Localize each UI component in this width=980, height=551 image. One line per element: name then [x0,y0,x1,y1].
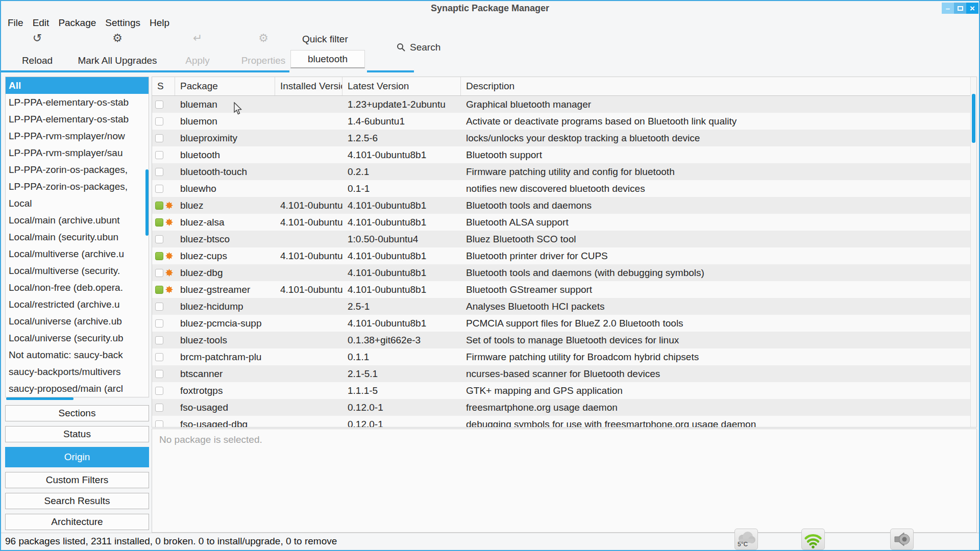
package-checkbox[interactable] [155,370,163,378]
package-checkbox[interactable] [155,235,163,243]
close-button[interactable]: × [966,3,978,14]
installed-checkbox[interactable] [155,286,163,294]
origin-list-item[interactable]: saucy-proposed/main (arcl [6,380,149,397]
package-row[interactable]: bluemon1.4-6ubuntu1Activate or deactivat… [152,113,971,130]
package-checkbox[interactable] [155,151,163,159]
package-name-cell: fso-usaged-dbg [175,416,275,428]
menu-item-file[interactable]: File [3,16,28,30]
package-row[interactable]: bluez-gstreamer4.101-0ubuntu8b14.101-0ub… [152,281,971,298]
origin-list-item[interactable]: Local/main (security.ubun [6,229,149,245]
package-checkbox[interactable] [155,404,163,412]
origin-list-item[interactable]: LP-PPA-zorin-os-packages, [6,161,149,178]
package-status-cell [152,382,175,399]
menu-item-settings[interactable]: Settings [101,16,145,30]
origin-list-item[interactable]: Local/main (archive.ubunt [6,212,149,229]
package-row[interactable]: bluez4.101-0ubuntu8b14.101-0ubuntu8b1Blu… [152,197,971,214]
package-row[interactable]: brcm-patchram-plu0.1.1Firmware patching … [152,348,971,365]
origin-list-item[interactable]: Not automatic: saucy-back [6,346,149,363]
column-header-latest-version[interactable]: Latest Version [342,77,461,95]
column-header-status[interactable]: S [152,77,175,95]
package-row[interactable]: bluez-pcmcia-supp4.101-0ubuntu8b1PCMCIA … [152,315,971,332]
column-header-installed-version[interactable]: Installed Version [275,77,342,95]
menu-item-help[interactable]: Help [145,16,174,30]
installed-checkbox[interactable] [155,202,163,210]
minimize-button[interactable]: – [942,3,954,14]
menu-item-edit[interactable]: Edit [28,16,54,30]
package-row[interactable]: bluez-btsco1:0.50-0ubuntu4Bluez Bluetoot… [152,231,971,247]
origin-list-item[interactable]: Local/multiverse (archive.u [6,245,149,262]
package-row[interactable]: btscanner2.1-5.1ncurses-based scanner fo… [152,365,971,382]
mark-all-upgrades-button[interactable]: ⚙ Mark All Upgrades [66,33,168,66]
menu-item-package[interactable]: Package [54,16,101,30]
package-row[interactable]: fso-usaged0.12.0-1freesmartphone.org usa… [152,399,971,416]
package-row[interactable]: bluez-dbg4.101-0ubuntu8b1Bluetooth tools… [152,264,971,281]
package-status-cell [152,399,175,416]
package-checkbox[interactable] [155,387,163,395]
column-header-description[interactable]: Description [461,77,976,95]
package-checkbox[interactable] [155,420,163,428]
package-checkbox[interactable] [155,353,163,361]
package-row[interactable]: bluez-alsa4.101-0ubuntu8b14.101-0ubuntu8… [152,214,971,231]
origin-list-item[interactable]: All [6,77,149,94]
origin-list-item[interactable]: Local [6,195,149,212]
package-checkbox[interactable] [155,134,163,142]
installed-checkbox[interactable] [155,252,163,260]
quick-filter-input[interactable] [290,50,365,68]
package-checkbox[interactable] [155,185,163,193]
weather-tray-icon[interactable]: 5°C [734,529,758,550]
package-checkbox[interactable] [155,319,163,328]
filter-button-custom-filters[interactable]: Custom Filters [5,472,149,488]
package-checkbox[interactable] [155,269,163,277]
package-row[interactable]: bluetooth-touch0.2.1Firmware patching ut… [152,163,971,180]
package-row[interactable]: bluewho0.1-1notifies new discovered blue… [152,180,971,197]
package-row[interactable]: blueman1.23+update1-2ubuntuGraphical blu… [152,96,971,113]
properties-button[interactable]: ⚙ Properties [231,33,296,66]
origin-list-item[interactable]: Local/restricted (archive.u [6,296,149,313]
latest-version-cell: 0.2.1 [342,163,461,180]
origin-list-item[interactable]: Local/universe (security.ub [6,330,149,346]
filter-button-search-results[interactable]: Search Results [5,493,149,509]
package-checkbox[interactable] [155,101,163,109]
origin-list-item[interactable]: LP-PPA-elementary-os-stab [6,94,149,111]
column-header-package[interactable]: Package [175,77,275,95]
filter-button-architecture[interactable]: Architecture [5,514,149,530]
package-row[interactable]: bluez-tools0.1.38+git662e-3Set of tools … [152,332,971,348]
package-status-cell [152,214,175,231]
toolbar: ↺ Reload ⚙ Mark All Upgrades ↵ Apply ⚙ P… [1,31,979,72]
volume-tray-icon[interactable] [890,529,914,550]
installed-checkbox[interactable] [155,218,163,227]
package-row[interactable]: blueproximity1.2.5-6locks/unlocks your d… [152,130,971,146]
package-checkbox[interactable] [155,117,163,126]
filter-button-status[interactable]: Status [5,426,149,442]
reload-button[interactable]: ↺ Reload [15,33,59,66]
filter-button-origin[interactable]: Origin [5,447,149,467]
sidebar-vertical-scrollbar[interactable] [145,169,149,236]
package-row[interactable]: foxtrotgps1.1.1-5GTK+ mapping and GPS ap… [152,382,971,399]
origin-list-item[interactable]: Local/universe (archive.ub [6,313,149,330]
package-row[interactable]: bluetooth4.101-0ubuntu8b1Bluetooth suppo… [152,146,971,163]
package-row[interactable]: bluez-hcidump2.5-1Analyses Bluetooth HCI… [152,298,971,315]
search-button[interactable]: Search [397,42,440,53]
package-name-cell: fso-usaged [175,399,275,416]
installed-version-cell: 4.101-0ubuntu8b1 [275,214,342,231]
origin-list-item[interactable]: LP-PPA-zorin-os-packages, [6,178,149,195]
apply-button[interactable]: ↵ Apply [176,33,219,66]
maximize-button[interactable] [954,3,966,14]
package-checkbox[interactable] [155,303,163,311]
package-checkbox[interactable] [155,336,163,344]
package-row[interactable]: fso-usaged-dbg0.12.0-1debugging symbols … [152,416,971,428]
package-checkbox[interactable] [155,168,163,176]
origin-list-item[interactable]: LP-PPA-elementary-os-stab [6,111,149,128]
filter-button-sections[interactable]: Sections [5,405,149,421]
origin-list-item[interactable]: Local/multiverse (security. [6,262,149,279]
sidebar-horizontal-scrollbar[interactable] [6,397,74,400]
origin-list-item[interactable]: LP-PPA-rvm-smplayer/sau [6,144,149,161]
network-tray-icon[interactable] [801,529,825,550]
package-status-cell [152,281,175,298]
origin-list-item[interactable]: LP-PPA-rvm-smplayer/now [6,128,149,144]
origin-list-item[interactable]: saucy-backports/multivers [6,363,149,380]
origin-list-item[interactable]: Local/non-free (deb.opera. [6,279,149,296]
title-bar[interactable]: Synaptic Package Manager – × [1,1,979,15]
package-row[interactable]: bluez-cups4.101-0ubuntu8b14.101-0ubuntu8… [152,247,971,264]
table-vertical-scrollbar[interactable] [972,94,975,143]
